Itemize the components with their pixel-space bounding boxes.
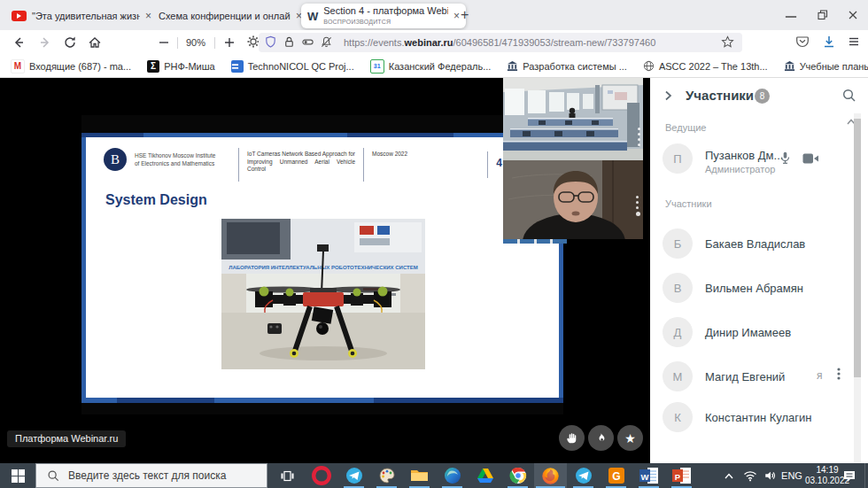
close-button[interactable] [845,7,861,23]
bookmark-curricula[interactable]: Учебные планы\Обр... [784,60,868,72]
avatar: П [663,143,693,174]
zoom-level[interactable]: 90% [186,37,205,48]
firefox-icon [541,467,560,485]
taskbar-app-word[interactable]: W [632,463,665,488]
shield-icon[interactable] [264,35,280,51]
taskbar-app-g[interactable]: G [600,463,632,488]
fire-reaction-button[interactable] [588,425,614,451]
scrollbar[interactable] [854,113,861,463]
camera-icon[interactable] [802,152,819,168]
minimize-button[interactable] [781,7,797,23]
video-thumbnail-classroom[interactable] [503,78,643,160]
permissions-icon[interactable] [301,35,317,51]
bookmark-star-icon[interactable] [721,35,737,51]
taskbar-app-telegram[interactable] [337,463,370,488]
scrollbar-thumb[interactable] [854,119,861,377]
back-icon[interactable] [11,35,27,50]
tab-close-icon[interactable]: × [145,11,151,21]
drone-photo: ЛАБОРАТОРИЯ ИНТЕЛЛЕКТУАЛЬНЫХ РОБОТОТЕХНИ… [221,219,425,369]
tab-scheme[interactable]: Схема конфиренции и онлайн × [152,4,308,28]
search-input[interactable] [66,469,265,483]
webinar-favicon: W [307,10,318,23]
taskbar-app-paint[interactable] [370,463,403,488]
notification-center-icon[interactable] [838,463,861,488]
tab-title: Схема конфиренции и онлайн [159,11,291,21]
volume-icon[interactable] [760,463,779,488]
show-desktop-button[interactable] [864,463,865,488]
star-icon: ★ [624,431,636,445]
taskbar-app-opera[interactable] [305,463,337,488]
windows-logo-icon [12,469,25,483]
avatar: В [663,273,693,303]
lock-icon[interactable] [283,35,298,51]
url-bar[interactable]: https://events.webinar.ru/60496581/47193… [259,33,742,52]
edge-icon [444,467,461,484]
browser-nav-bar: 90% https://events.webinar.ru/60496581/4… [0,30,868,56]
telegram-icon [345,467,363,484]
raise-hand-button[interactable] [559,425,585,451]
home-icon[interactable] [87,35,103,50]
tab-youtube[interactable]: "Эта удивительная жизнь" - Po × [5,4,158,28]
slide-paper-title: IoT Cameras Network Based Approach for I… [247,148,355,174]
bookmark-kfu-calendar[interactable]: 31Казанский Федераль... [370,59,492,74]
blue-tile-icon [231,60,244,73]
video-pagination-dots[interactable] [636,196,640,216]
bank-icon [784,60,795,72]
taskbar-app-chrome[interactable] [501,463,534,488]
menu-icon[interactable] [847,35,863,50]
google-drive-icon [477,468,494,484]
tab-close-icon[interactable]: × [453,11,460,21]
reload-icon[interactable] [62,35,78,50]
tray-expand-icon[interactable] [719,463,739,488]
tab-title: Section 4 - платформа Webinar [323,6,448,16]
task-view-button[interactable] [271,463,303,488]
participant-name: Магид Евгений [705,370,785,383]
download-icon[interactable] [822,35,838,50]
zoom-out-icon[interactable] [156,35,172,50]
tab-webinar-active[interactable]: W Section 4 - платформа Webinar ВОСПРОИЗ… [301,4,466,28]
gmail-icon: M [11,59,25,74]
powerpoint-icon: P [672,467,692,484]
taskbar-app-telegram-2[interactable] [567,463,600,488]
taskbar-app-firefox-active[interactable] [534,463,567,488]
bookmarks-bar: MВходящие (687) - ma... ΣРНФ-Миша Techno… [0,55,868,78]
taskbar-app-powerpoint[interactable]: P [665,463,698,488]
tray-time: 14:19 [816,465,838,476]
taskbar-app-edge[interactable] [436,463,469,488]
zoom-in-icon[interactable] [221,35,237,50]
forward-icon[interactable] [37,35,53,50]
bookmark-technonicol[interactable]: TechnoNICOL QC Proj... [231,60,354,73]
collapse-panel-chevron-icon[interactable] [661,89,675,106]
task-view-icon [280,469,295,484]
presentation-slide[interactable]: В HSE Tikhonov Moscow Instituteof Electr… [81,133,563,403]
screen: "Эта удивительная жизнь" - Po × Схема ко… [0,0,868,488]
video-thumbnail-speaker[interactable] [503,160,643,239]
url-text[interactable]: https://events.webinar.ru/60496581/47193… [344,37,707,48]
slide-venue: Moscow 2022 [372,148,423,157]
taskbar-app-file-explorer[interactable] [403,463,436,488]
star-reaction-button[interactable]: ★ [617,425,643,451]
notifications-blocked-icon[interactable] [320,35,336,51]
search-icon[interactable] [841,88,856,106]
bookmark-rnf[interactable]: ΣРНФ-Миша [147,60,215,73]
hand-icon [565,431,578,445]
bookmark-system-dev[interactable]: Разработка системы ... [507,60,627,72]
avatar: Д [663,317,693,347]
wifi-icon[interactable] [740,463,760,488]
bookmark-ascc[interactable]: ASCC 2022 – The 13th... [643,60,768,72]
bookmark-gmail[interactable]: MВходящие (687) - ma... [11,59,131,74]
overflow-menu-icon[interactable] [833,366,845,385]
taskbar-app-google-drive[interactable] [469,463,501,488]
language-indicator[interactable]: ENG [779,463,804,488]
new-tab-button[interactable]: + [461,7,469,23]
bank-icon [507,60,518,72]
taskbar-search-box[interactable] [35,463,267,488]
opera-icon [312,466,331,485]
restore-button[interactable] [815,7,831,23]
avatar: Б [663,229,693,259]
pocket-icon[interactable] [795,35,811,50]
start-button[interactable] [0,463,35,488]
video-pagination-dots[interactable] [638,128,640,146]
microphone-icon[interactable] [778,151,793,169]
svg-text:P: P [674,472,680,482]
